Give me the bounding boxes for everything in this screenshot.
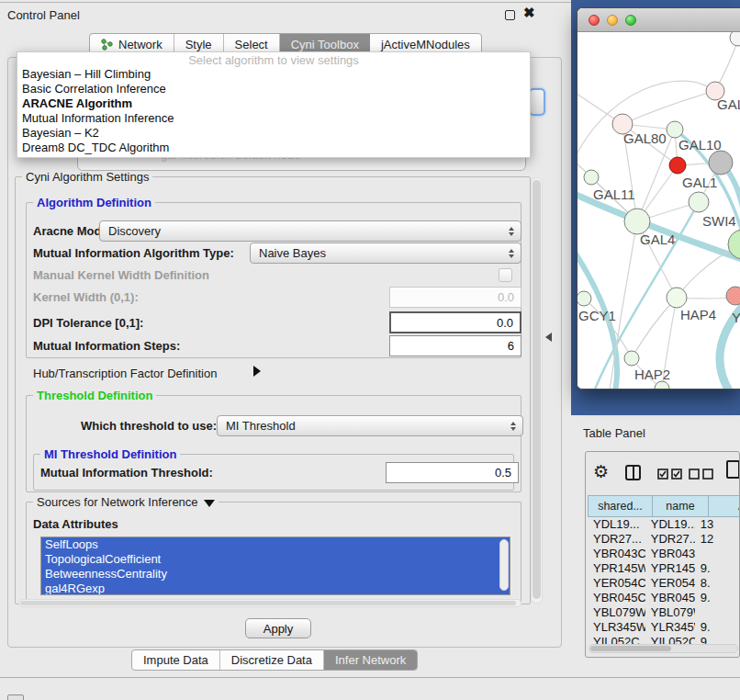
tab-label: Network — [118, 38, 163, 51]
attribute-list-item[interactable]: gal4RGexp — [41, 581, 510, 595]
algorithm-combo-edge[interactable] — [529, 88, 545, 116]
tab-label: Infer Network — [335, 653, 406, 667]
traffic-light-zoom-icon[interactable] — [625, 15, 636, 26]
table-cell: YLR345W — [588, 620, 645, 635]
network-node[interactable] — [624, 209, 650, 234]
table-row[interactable]: YBR043CYBR043C — [588, 547, 740, 561]
tab-infer-network[interactable]: Infer Network — [324, 650, 417, 670]
network-view-window[interactable]: GALGAL80GAL10GAL1GAL11GAL4SWI4GCY1HAP4YH… — [577, 7, 740, 390]
table-cell: YDR27... — [645, 532, 695, 547]
dropdown-item[interactable]: Bayesian – K2 — [17, 126, 530, 141]
panel-collapse-arrow-icon[interactable] — [545, 333, 552, 342]
network-node-label: HAP4 — [680, 307, 716, 322]
data-attributes-list[interactable]: SelfLoopsTopologicalCoefficientBetweenne… — [40, 536, 510, 595]
network-node[interactable] — [624, 351, 639, 366]
dropdown-item[interactable]: Dream8 DC_TDC Algorithm — [17, 141, 530, 155]
data-attributes-label: Data Attributes — [33, 516, 118, 531]
table-row[interactable]: YDR27...YDR27...12 — [588, 532, 740, 547]
traffic-light-minimize-icon[interactable] — [607, 15, 618, 26]
triangle-down-icon[interactable] — [204, 500, 215, 507]
close-icon[interactable]: ✖ — [523, 5, 535, 21]
network-node[interactable] — [730, 32, 740, 46]
triangle-right-icon[interactable] — [253, 366, 261, 377]
aracne-mode-value: Discovery — [108, 224, 161, 238]
mi-type-select[interactable]: Naive Bayes — [250, 243, 521, 264]
dropdown-item[interactable]: Mutual Information Inference — [17, 111, 530, 126]
hub-definition-label: Hub/Transcription Factor Definition — [33, 364, 217, 382]
network-node[interactable] — [667, 121, 683, 138]
network-node-label: HAP2 — [634, 367, 670, 382]
column-header-partial[interactable]: A — [709, 495, 740, 517]
kernel-width-label: Kernel Width (0,1): — [33, 287, 139, 308]
dropdown-item[interactable]: Basic Correlation Inference — [17, 82, 530, 96]
gear-icon[interactable]: ⚙ — [593, 463, 609, 480]
table-row[interactable]: YLR345WYLR345W9. — [588, 620, 740, 635]
table-row[interactable]: YBR045CYBR045C9. — [588, 591, 740, 605]
network-node-label: Y — [732, 310, 740, 325]
network-canvas[interactable]: GALGAL80GAL10GAL1GAL11GAL4SWI4GCY1HAP4YH… — [577, 32, 740, 390]
float-window-icon[interactable] — [505, 10, 515, 20]
attribute-list-item[interactable]: TopologicalCoefficient — [41, 552, 510, 567]
dpi-tolerance-label: DPI Tolerance [0,1]: — [33, 311, 143, 333]
table-h-scrollbar[interactable] — [589, 644, 738, 653]
network-node[interactable] — [667, 288, 687, 308]
table-panel: ⚙ shared... name A YDL19...YDL19...13YDR… — [585, 451, 740, 658]
settings-h-scrollbar[interactable] — [18, 599, 521, 607]
network-node[interactable] — [577, 291, 591, 306]
aracne-mode-select[interactable]: Discovery — [99, 220, 521, 242]
network-node[interactable] — [669, 157, 686, 174]
settings-v-scrollbar[interactable] — [531, 177, 543, 604]
table-cell: YER054C — [588, 576, 645, 591]
network-icon — [101, 39, 113, 51]
column-header-shared-name[interactable]: shared... — [588, 495, 653, 517]
table-cell — [695, 547, 740, 561]
tab-impute-data[interactable]: Impute Data — [132, 650, 220, 670]
table-cell: 9. — [695, 620, 740, 635]
table-row[interactable]: YDL19...YDL19...13 — [588, 517, 740, 532]
mi-steps-field[interactable]: 6 — [389, 335, 521, 356]
dropdown-placeholder: Select algorithm to view settings — [17, 53, 530, 67]
bottom-tab-bar: Impute Data Discretize Data Infer Networ… — [131, 649, 418, 671]
bottom-divider — [0, 677, 740, 678]
manual-kernel-checkbox[interactable] — [499, 268, 512, 282]
network-node[interactable] — [584, 170, 599, 185]
network-node[interactable] — [689, 192, 709, 212]
dropdown-item[interactable]: ARACNE Algorithm — [17, 96, 530, 111]
deselect-all-checkboxes-icon[interactable] — [689, 469, 714, 480]
table-cell: 9. — [695, 591, 740, 605]
mi-threshold-label: Mutual Information Threshold: — [40, 462, 213, 483]
table-row[interactable]: YBL079WYBL079W — [588, 605, 740, 620]
network-node[interactable] — [655, 381, 669, 390]
select-all-checkboxes-icon[interactable] — [657, 469, 683, 480]
attribute-list-item[interactable]: SelfLoops — [41, 537, 510, 552]
table-row[interactable]: YPR145WYPR145W9. — [588, 561, 740, 576]
dropdown-item[interactable]: Bayesian – Hill Climbing — [17, 67, 530, 82]
attribute-list-item[interactable]: BetweennessCentrality — [41, 567, 510, 581]
network-node[interactable] — [726, 287, 740, 305]
network-node-label: GAL1 — [682, 175, 717, 190]
table-cell: YBR045C — [588, 591, 645, 605]
columns-icon[interactable] — [625, 465, 641, 480]
kernel-width-field[interactable]: 0.0 — [389, 287, 521, 308]
table-row[interactable]: YER054CYER054C8. — [588, 576, 740, 591]
dpi-tolerance-field[interactable]: 0.0 — [389, 311, 521, 333]
table-cell: 13 — [695, 517, 740, 532]
which-threshold-select[interactable]: MI Threshold — [217, 415, 523, 436]
list-scrollbar[interactable] — [499, 539, 509, 591]
table-cell: YBR043C — [645, 547, 695, 561]
document-icon[interactable] — [726, 460, 740, 479]
table-cell — [695, 605, 740, 620]
mi-threshold-field[interactable]: 0.5 — [386, 462, 519, 483]
apply-button[interactable]: Apply — [245, 618, 311, 638]
traffic-light-close-icon[interactable] — [589, 15, 600, 26]
algorithm-definition-title: Algorithm Definition — [33, 196, 155, 209]
collapsed-panel-icon[interactable] — [7, 694, 24, 700]
column-header-name[interactable]: name — [653, 495, 709, 517]
tab-label: Select — [235, 38, 268, 51]
tab-discretize-data[interactable]: Discretize Data — [220, 650, 324, 670]
combo-arrows-icon — [509, 227, 514, 236]
network-window-titlebar[interactable] — [577, 8, 740, 32]
tab-label: Cyni Toolbox — [291, 38, 359, 51]
kernel-width-value: 0.0 — [498, 290, 514, 304]
network-node[interactable] — [709, 151, 733, 175]
